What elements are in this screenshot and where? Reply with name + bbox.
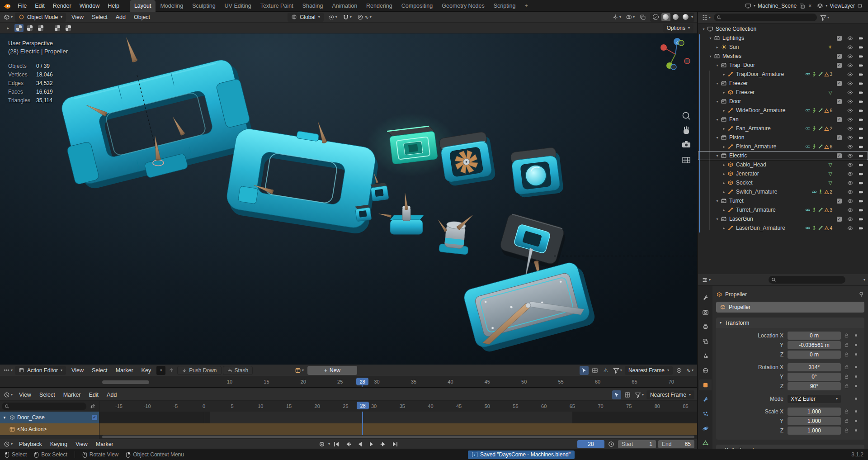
hide-eye-toggle[interactable] — [844, 62, 855, 68]
jump-to-end-button[interactable] — [390, 440, 401, 448]
expander-icon[interactable]: ▾ — [708, 54, 713, 58]
expander-icon[interactable]: ▾ — [714, 154, 720, 158]
dopesheet-menu-key[interactable]: Key — [137, 365, 156, 376]
workspace-tab-uv-editing[interactable]: UV Editing — [220, 0, 256, 12]
expander-icon[interactable]: ▸ — [721, 172, 727, 176]
invert-filter-icon[interactable] — [88, 402, 97, 411]
expander-icon[interactable]: ▾ — [714, 136, 720, 140]
editor-type-timeline-icon[interactable]: ▾ — [3, 440, 14, 449]
toolbar-expand-icon[interactable]: ▸ — [4, 24, 13, 33]
expander-icon[interactable]: ▾ — [714, 63, 720, 67]
animate-dot[interactable] — [852, 420, 860, 422]
shading-rendered-button[interactable] — [681, 13, 690, 21]
timeline-menu-view[interactable]: View — [15, 389, 35, 401]
xray-toggle[interactable] — [638, 13, 647, 22]
hide-eye-toggle[interactable] — [844, 198, 855, 204]
lock-icon[interactable] — [841, 333, 852, 338]
expander-icon[interactable]: ▾ — [708, 36, 713, 40]
disable-render-toggle[interactable] — [855, 44, 866, 50]
channel-door-case[interactable]: ▼Door_Case✓ — [0, 412, 99, 423]
viewport-menu-select[interactable]: Select — [88, 11, 112, 23]
play-button[interactable] — [366, 440, 377, 448]
options-dropdown[interactable]: Options ▾ — [663, 24, 693, 33]
disable-render-toggle[interactable] — [855, 35, 866, 41]
outliner-row-freezer[interactable]: ▾Freezer✓ — [698, 79, 868, 88]
outliner-row-piston-armature[interactable]: ▸Piston_Armature6 — [698, 142, 868, 151]
expander-icon[interactable]: ▾ — [714, 100, 720, 104]
navigation-gizmo[interactable]: Z — [660, 38, 690, 70]
current-frame-pill[interactable]: 28 — [357, 402, 369, 409]
disable-render-toggle[interactable] — [855, 126, 866, 132]
animate-dot[interactable] — [852, 429, 860, 432]
menu-window[interactable]: Window — [75, 0, 104, 12]
timeline-menu-marker[interactable]: Marker — [59, 389, 85, 401]
outliner-row-freezer[interactable]: ▸Freezer▽ — [698, 88, 868, 97]
outliner-row-trapdoor-armature[interactable]: ▸TrapDoor_Armature3 — [698, 70, 868, 79]
dopesheet-ruler[interactable]: 1015202530354045505560657028 — [0, 376, 697, 388]
lock-icon[interactable] — [841, 365, 852, 370]
hide-eye-toggle[interactable] — [844, 99, 855, 104]
disable-render-toggle[interactable] — [855, 153, 866, 159]
hide-eye-toggle[interactable] — [844, 81, 855, 86]
exclude-checkbox[interactable]: ✓ — [834, 135, 844, 141]
pivot-point-select[interactable]: ▾ — [327, 13, 338, 22]
properties-tab-physics[interactable] — [699, 423, 712, 434]
object-small-box[interactable] — [355, 204, 372, 222]
expander-icon[interactable]: ▸ — [721, 190, 727, 194]
value-field[interactable]: 0 m — [788, 351, 841, 359]
disable-render-toggle[interactable] — [855, 207, 866, 213]
select-mode-subtract-button[interactable] — [36, 24, 45, 32]
exclude-checkbox[interactable]: ✓ — [834, 153, 844, 159]
dopesheet-menu-view[interactable]: View — [67, 365, 88, 376]
snap-mode-select[interactable]: Nearest Frame ▾ — [625, 366, 673, 375]
hide-eye-toggle[interactable] — [844, 108, 855, 114]
select-mode-invert-button[interactable] — [53, 24, 62, 32]
expander-icon[interactable]: ▼ — [2, 416, 7, 420]
shading-solid-button[interactable] — [661, 13, 670, 21]
expander-icon[interactable]: ▸ — [721, 127, 727, 131]
disable-render-toggle[interactable] — [855, 162, 866, 168]
pan-hand-icon[interactable] — [684, 127, 689, 134]
exclude-checkbox[interactable]: ✓ — [834, 53, 844, 59]
properties-tab-object[interactable] — [699, 379, 712, 390]
object-name-field[interactable]: Propeller — [716, 302, 864, 313]
hide-eye-toggle[interactable] — [844, 35, 855, 41]
expander-icon[interactable]: ▾ — [714, 81, 720, 85]
animate-dot[interactable] — [852, 366, 860, 368]
region-options-icon[interactable]: ▾ — [863, 278, 865, 282]
disable-render-toggle[interactable] — [855, 189, 866, 195]
camera-view-icon[interactable] — [682, 141, 690, 147]
lock-icon[interactable] — [841, 409, 852, 414]
disable-render-toggle[interactable] — [855, 117, 866, 123]
proportional-edit-toggle[interactable] — [675, 366, 684, 375]
properties-search-input[interactable] — [769, 276, 845, 284]
editor-type-timeline-icon[interactable]: ▾ — [3, 390, 14, 399]
workspace-tab-scripting[interactable]: Scripting — [489, 0, 520, 12]
hide-eye-toggle[interactable] — [844, 71, 855, 77]
exclude-checkbox[interactable]: ✓ — [834, 62, 844, 68]
hide-eye-toggle[interactable] — [844, 225, 855, 231]
outliner-row-lightings[interactable]: ▾Lightings✓ — [698, 33, 868, 43]
properties-tab-view-layer[interactable] — [699, 336, 712, 347]
workspace-tab-sculpting[interactable]: Sculpting — [188, 0, 220, 12]
properties-tab-particles[interactable] — [699, 409, 712, 420]
object-lasergun-base[interactable] — [462, 260, 596, 355]
hide-eye-toggle[interactable] — [844, 53, 855, 59]
outliner-row-socket[interactable]: ▸Socket▽ — [698, 178, 868, 187]
properties-tab-object-data[interactable] — [699, 438, 712, 449]
proportional-editing-toggle[interactable]: ∿ ▾ — [356, 13, 373, 22]
value-field[interactable]: -0.036561 m — [788, 341, 841, 349]
object-socket[interactable] — [510, 147, 564, 198]
properties-tab-output[interactable] — [699, 321, 712, 332]
disable-render-toggle[interactable] — [855, 180, 866, 186]
mode-select[interactable]: Object Mode ▾ — [15, 13, 66, 22]
filter-icon[interactable]: ▾ — [634, 390, 645, 399]
timeline-menu-edit[interactable]: Edit — [85, 389, 103, 401]
exclude-checkbox[interactable]: ✓ — [834, 81, 844, 86]
hide-eye-toggle[interactable] — [844, 207, 855, 213]
workspace-tab-animation[interactable]: Animation — [328, 0, 362, 12]
disable-render-toggle[interactable] — [855, 144, 866, 150]
animate-dot[interactable] — [852, 385, 860, 387]
workspace-tab-shading[interactable]: Shading — [298, 0, 328, 12]
disable-render-toggle[interactable] — [855, 108, 866, 114]
